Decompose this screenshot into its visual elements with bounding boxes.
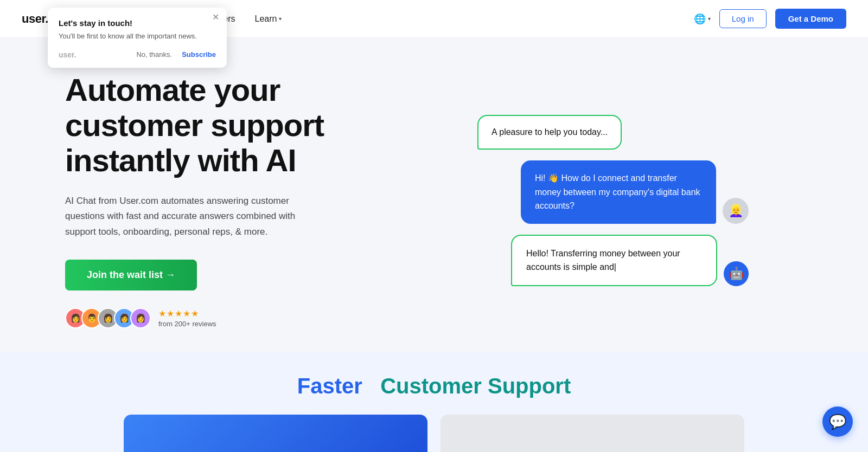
- language-selector[interactable]: 🌐 ▾: [694, 13, 711, 25]
- user-avatar: 👱‍♀️: [723, 198, 749, 224]
- close-icon[interactable]: ✕: [212, 13, 219, 22]
- chat-message-user: Hi! 👋 How do I connect and transfer mone…: [521, 160, 749, 224]
- reviews-section: 👩 👨 👩 👩 👩 ★★★★★ from 200+ reviews: [65, 308, 380, 328]
- chevron-down-icon: ▾: [279, 16, 282, 22]
- lower-section: Faster Customer Support: [0, 352, 868, 452]
- reviewer-avatars: 👩 👨 👩 👩 👩: [65, 308, 151, 328]
- get-demo-button[interactable]: Get a Demo: [775, 9, 846, 29]
- popup-title: Let's stay in touch!: [59, 18, 216, 28]
- newsletter-popup: ✕ Let's stay in touch! You'll be first t…: [48, 8, 227, 68]
- reviews-text: ★★★★★ from 200+ reviews: [158, 308, 216, 328]
- globe-icon: 🌐: [694, 13, 706, 25]
- lower-title-teal: Customer Support: [380, 374, 571, 398]
- avatar: 👩: [130, 308, 151, 328]
- nav-learn[interactable]: Learn ▾: [255, 14, 282, 24]
- login-button[interactable]: Log in: [719, 9, 767, 28]
- join-waitlist-button[interactable]: Join the wait list →: [65, 260, 197, 290]
- card-gray: [441, 415, 744, 452]
- chat-widget-icon: 💬: [829, 414, 846, 430]
- reviews-count: from 200+ reviews: [158, 320, 216, 328]
- chat-message-greeting: A pleasure to help you today...: [477, 115, 622, 150]
- lower-cards: [43, 415, 825, 452]
- chat-message-bot: Hello! Transferring money between your a…: [511, 235, 749, 286]
- subscribe-button[interactable]: Subscribe: [182, 50, 216, 59]
- bot-avatar: 🤖: [724, 261, 749, 286]
- chat-bubble-bot: Hello! Transferring money between your a…: [511, 235, 717, 286]
- card-blue: [124, 415, 427, 452]
- chat-demo: A pleasure to help you today... Hi! 👋 Ho…: [477, 115, 749, 286]
- logo[interactable]: user.: [22, 12, 48, 26]
- chat-bubble-right: Hi! 👋 How do I connect and transfer mone…: [521, 160, 716, 224]
- chevron-down-icon: ▾: [708, 16, 711, 22]
- popup-subtitle: You'll be first to know all the importan…: [59, 31, 216, 42]
- popup-logo: user.: [59, 50, 76, 59]
- hero-description: AI Chat from User.com automates answerin…: [65, 193, 315, 241]
- hero-title: Automate your customer support instantly…: [65, 73, 380, 178]
- lower-title-blue: Faster: [297, 374, 362, 398]
- no-thanks-button[interactable]: No, thanks.: [136, 50, 172, 59]
- chat-widget-button[interactable]: 💬: [822, 406, 853, 437]
- lower-title: Faster Customer Support: [43, 374, 825, 398]
- chat-bubble-left: A pleasure to help you today...: [477, 115, 622, 150]
- star-rating: ★★★★★: [158, 308, 216, 319]
